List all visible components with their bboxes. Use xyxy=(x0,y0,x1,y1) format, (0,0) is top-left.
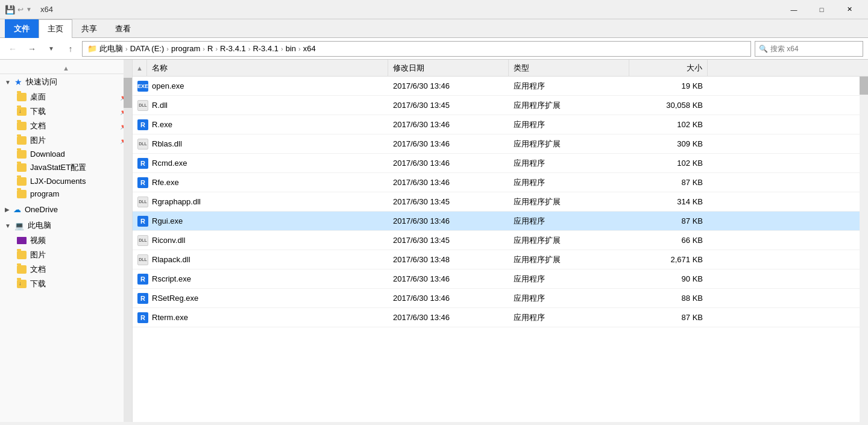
ribbon-tabs: 文件 主页 共享 查看 xyxy=(0,19,868,37)
file-name: Rterm.exe xyxy=(152,313,188,322)
folder-javastat-icon xyxy=(17,163,27,172)
file-type-cell: 应用程序扩展 xyxy=(509,254,629,265)
folder-program-icon xyxy=(17,190,27,198)
file-size-cell: 88 KB xyxy=(629,294,708,303)
quick-save-icon[interactable]: 💾 xyxy=(5,5,15,14)
search-icon: 🔍 xyxy=(759,45,768,53)
folder-icon: 📁 xyxy=(87,44,97,53)
file-icon-r: R xyxy=(137,216,148,227)
onedrive-icon: ☁ xyxy=(13,205,21,214)
sidebar-item-label: 文档 xyxy=(30,121,46,131)
sidebar-scrollbar-thumb[interactable] xyxy=(124,78,132,108)
sidebar-item-label: 桌面 xyxy=(30,92,46,102)
file-size-cell: 66 KB xyxy=(629,236,708,245)
quick-undo-icon[interactable]: ↩ xyxy=(17,5,24,14)
sidebar-item-download[interactable]: Download xyxy=(0,148,132,160)
table-row[interactable]: R Rscript.exe 2017/6/30 13:46 应用程序 90 KB xyxy=(133,269,868,289)
tab-share[interactable]: 共享 xyxy=(72,19,106,38)
sidebar: ▲ ▼ ★ 快速访问 桌面 📌 ↓ 下载 📌 文档 📌 xyxy=(0,60,133,422)
file-type-cell: 应用程序扩展 xyxy=(509,235,629,246)
close-button[interactable]: ✕ xyxy=(835,0,863,19)
file-name-cell: R Rcmd.exe xyxy=(133,158,388,169)
table-row[interactable]: EXE open.exe 2017/6/30 13:46 应用程序 19 KB xyxy=(133,77,868,96)
sidebar-quickaccess-header[interactable]: ▼ ★ 快速访问 xyxy=(0,74,132,90)
table-row[interactable]: DLL Rblas.dll 2017/6/30 13:46 应用程序扩展 309… xyxy=(133,134,868,154)
sidebar-scroll-up[interactable]: ▲ xyxy=(0,62,132,74)
sidebar-item-program[interactable]: program xyxy=(0,187,132,200)
sidebar-item-label: JavaStatET配置 xyxy=(30,162,86,173)
sidebar-item-documents[interactable]: 文档 📌 xyxy=(0,119,132,133)
quick-down-icon[interactable]: ▼ xyxy=(26,6,32,13)
col-header-size[interactable]: 大小 xyxy=(629,60,708,76)
breadcrumb-r341b[interactable]: R-3.4.1 xyxy=(253,44,278,53)
sidebar-item-pics[interactable]: 图片 xyxy=(0,248,132,262)
file-list-scrollbar-thumb[interactable] xyxy=(860,77,868,95)
table-row[interactable]: DLL R.dll 2017/6/30 13:45 应用程序扩展 30,058 … xyxy=(133,96,868,115)
up-button[interactable]: ↑ xyxy=(63,41,78,57)
table-row[interactable]: R Rcmd.exe 2017/6/30 13:46 应用程序 102 KB xyxy=(133,154,868,173)
column-headers: ▲ 名称 修改日期 类型 大小 xyxy=(133,60,868,77)
sidebar-item-ljx[interactable]: LJX-Documents xyxy=(0,175,132,187)
ribbon: 文件 主页 共享 查看 xyxy=(0,19,868,38)
file-name: open.exe xyxy=(152,81,184,90)
sidebar-item-dl[interactable]: ↓ 下载 xyxy=(0,277,132,291)
recent-button[interactable]: ▼ xyxy=(43,41,59,57)
table-row[interactable]: DLL Rgraphapp.dll 2017/6/30 13:45 应用程序扩展… xyxy=(133,192,868,212)
table-row[interactable]: R Rterm.exe 2017/6/30 13:46 应用程序 87 KB xyxy=(133,308,868,327)
maximize-button[interactable]: □ xyxy=(808,0,835,19)
table-row[interactable]: DLL Riconv.dll 2017/6/30 13:45 应用程序扩展 66… xyxy=(133,231,868,250)
file-name: R.dll xyxy=(152,101,168,110)
file-list-scrollbar[interactable] xyxy=(860,60,868,422)
file-name-cell: DLL Rgraphapp.dll xyxy=(133,197,388,207)
file-name: Rscript.exe xyxy=(152,274,191,283)
chevron-right-icon: ▶ xyxy=(5,206,10,213)
breadcrumb-bin[interactable]: bin xyxy=(286,44,296,53)
file-date-cell: 2017/6/30 13:48 xyxy=(388,255,509,264)
sidebar-item-docs[interactable]: 文档 xyxy=(0,262,132,277)
col-header-type[interactable]: 类型 xyxy=(509,60,629,76)
sidebar-item-pictures[interactable]: 图片 📌 xyxy=(0,133,132,148)
file-type-cell: 应用程序扩展 xyxy=(509,197,629,207)
col-header-date[interactable]: 修改日期 xyxy=(388,60,509,76)
sidebar-item-downloads[interactable]: ↓ 下载 📌 xyxy=(0,104,132,119)
title-icons: 💾 ↩ ▼ xyxy=(5,5,32,14)
table-row[interactable]: R RSetReg.exe 2017/6/30 13:46 应用程序 88 KB xyxy=(133,289,868,308)
breadcrumb-r341a[interactable]: R-3.4.1 xyxy=(220,44,246,53)
thispc-icon: 💻 xyxy=(14,221,24,230)
chevron-down-icon: ▼ xyxy=(5,79,11,86)
back-button[interactable]: ← xyxy=(5,41,20,57)
col-header-name[interactable]: 名称 xyxy=(147,60,388,76)
file-type-cell: 应用程序 xyxy=(509,293,629,304)
breadcrumb-r[interactable]: R xyxy=(207,44,213,53)
search-input[interactable] xyxy=(770,45,855,53)
breadcrumb-x64[interactable]: x64 xyxy=(303,44,316,53)
table-row[interactable]: R Rgui.exe 2017/6/30 13:46 应用程序 87 KB xyxy=(133,212,868,231)
table-row[interactable]: DLL Rlapack.dll 2017/6/30 13:48 应用程序扩展 2… xyxy=(133,250,868,269)
breadcrumb-program[interactable]: program xyxy=(171,44,200,53)
forward-button[interactable]: → xyxy=(24,41,40,57)
breadcrumb-datae[interactable]: DATA (E:) xyxy=(130,44,165,53)
sidebar-item-desktop[interactable]: 桌面 📌 xyxy=(0,90,132,104)
file-size-cell: 102 KB xyxy=(629,120,708,129)
file-name-cell: DLL Riconv.dll xyxy=(133,235,388,246)
sidebar-scrollbar[interactable] xyxy=(124,60,132,422)
table-row[interactable]: R R.exe 2017/6/30 13:46 应用程序 102 KB xyxy=(133,115,868,134)
tab-home[interactable]: 主页 xyxy=(39,19,72,38)
title-bar: 💾 ↩ ▼ x64 — □ ✕ xyxy=(0,0,868,19)
tab-file[interactable]: 文件 xyxy=(5,19,39,38)
minimize-button[interactable]: — xyxy=(780,0,808,19)
sidebar-onedrive-header[interactable]: ▶ ☁ OneDrive xyxy=(0,203,132,216)
table-row[interactable]: R Rfe.exe 2017/6/30 13:46 应用程序 87 KB xyxy=(133,173,868,192)
file-date-cell: 2017/6/30 13:46 xyxy=(388,159,509,168)
scroll-top-btn[interactable]: ▲ xyxy=(133,60,147,77)
window-controls: — □ ✕ xyxy=(780,0,863,19)
sidebar-item-javastat[interactable]: JavaStatET配置 xyxy=(0,160,132,175)
tab-view[interactable]: 查看 xyxy=(106,19,140,38)
file-size-cell: 314 KB xyxy=(629,197,708,206)
sidebar-item-label: 文档 xyxy=(30,264,46,275)
sidebar-item-videos[interactable]: 视频 xyxy=(0,233,132,248)
file-type-cell: 应用程序 xyxy=(509,216,629,227)
breadcrumb-thispc[interactable]: 此电脑 xyxy=(99,43,123,54)
sidebar-thispc-header[interactable]: ▼ 💻 此电脑 xyxy=(0,218,132,233)
search-box[interactable]: 🔍 xyxy=(755,41,863,57)
